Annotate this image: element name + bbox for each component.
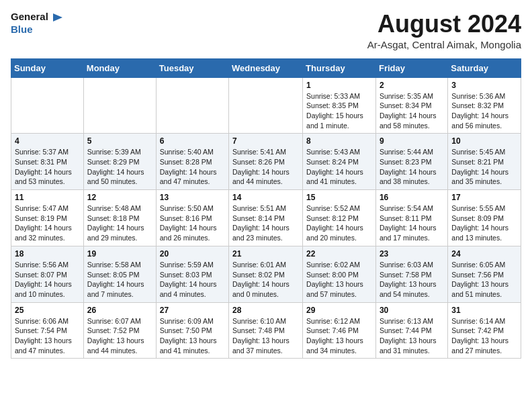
calendar-cell <box>156 77 228 134</box>
day-info: Sunrise: 5:33 AM Sunset: 8:35 PM Dayligh… <box>306 91 372 131</box>
day-number: 14 <box>232 193 299 202</box>
day-number: 23 <box>380 249 444 259</box>
calendar-cell: 29Sunrise: 6:12 AM Sunset: 7:46 PM Dayli… <box>303 302 376 359</box>
logo-blue: Blue <box>11 24 33 35</box>
calendar-week-row: 11Sunrise: 5:47 AM Sunset: 8:19 PM Dayli… <box>11 190 521 246</box>
calendar-cell: 7Sunrise: 5:41 AM Sunset: 8:26 PM Daylig… <box>229 134 303 190</box>
day-info: Sunrise: 5:52 AM Sunset: 8:12 PM Dayligh… <box>306 203 372 243</box>
weekday-header-thursday: Thursday <box>303 58 376 77</box>
day-info: Sunrise: 5:44 AM Sunset: 8:23 PM Dayligh… <box>380 147 444 187</box>
calendar-cell: 22Sunrise: 6:02 AM Sunset: 8:00 PM Dayli… <box>303 246 376 302</box>
day-info: Sunrise: 5:37 AM Sunset: 8:31 PM Dayligh… <box>15 147 80 187</box>
day-number: 21 <box>232 249 299 259</box>
day-info: Sunrise: 5:51 AM Sunset: 8:14 PM Dayligh… <box>232 203 299 243</box>
day-number: 29 <box>306 306 372 315</box>
day-info: Sunrise: 6:10 AM Sunset: 7:48 PM Dayligh… <box>232 316 299 356</box>
calendar-cell <box>11 77 84 134</box>
day-info: Sunrise: 6:03 AM Sunset: 7:58 PM Dayligh… <box>380 260 444 300</box>
location-subtitle: Ar-Asgat, Central Aimak, Mongolia <box>367 39 521 50</box>
calendar-cell: 23Sunrise: 6:03 AM Sunset: 7:58 PM Dayli… <box>375 246 447 302</box>
day-info: Sunrise: 5:45 AM Sunset: 8:21 PM Dayligh… <box>451 147 517 187</box>
day-info: Sunrise: 6:13 AM Sunset: 7:44 PM Dayligh… <box>380 316 444 356</box>
calendar-cell: 17Sunrise: 5:55 AM Sunset: 8:09 PM Dayli… <box>448 190 521 246</box>
calendar-cell: 18Sunrise: 5:56 AM Sunset: 8:07 PM Dayli… <box>11 246 84 302</box>
calendar-cell: 16Sunrise: 5:54 AM Sunset: 8:11 PM Dayli… <box>375 190 447 246</box>
day-number: 3 <box>451 81 517 90</box>
calendar-cell: 1Sunrise: 5:33 AM Sunset: 8:35 PM Daylig… <box>303 77 376 134</box>
calendar-cell: 8Sunrise: 5:43 AM Sunset: 8:24 PM Daylig… <box>303 134 376 190</box>
month-year-title: August 2024 <box>367 11 521 38</box>
day-info: Sunrise: 5:47 AM Sunset: 8:19 PM Dayligh… <box>15 203 80 243</box>
day-info: Sunrise: 5:41 AM Sunset: 8:26 PM Dayligh… <box>232 147 299 187</box>
weekday-header-row: SundayMondayTuesdayWednesdayThursdayFrid… <box>11 58 521 77</box>
day-info: Sunrise: 6:02 AM Sunset: 8:00 PM Dayligh… <box>306 260 372 300</box>
day-number: 30 <box>380 306 444 315</box>
day-info: Sunrise: 5:48 AM Sunset: 8:18 PM Dayligh… <box>87 203 152 243</box>
calendar-week-row: 1Sunrise: 5:33 AM Sunset: 8:35 PM Daylig… <box>11 77 521 134</box>
day-info: Sunrise: 6:06 AM Sunset: 7:54 PM Dayligh… <box>15 316 80 356</box>
calendar-cell: 10Sunrise: 5:45 AM Sunset: 8:21 PM Dayli… <box>448 134 521 190</box>
calendar-cell: 20Sunrise: 5:59 AM Sunset: 8:03 PM Dayli… <box>156 246 228 302</box>
day-info: Sunrise: 6:01 AM Sunset: 8:02 PM Dayligh… <box>232 260 299 300</box>
weekday-header-monday: Monday <box>83 58 156 77</box>
day-number: 19 <box>87 249 152 259</box>
day-info: Sunrise: 5:36 AM Sunset: 8:32 PM Dayligh… <box>451 91 517 131</box>
day-info: Sunrise: 6:09 AM Sunset: 7:50 PM Dayligh… <box>160 316 225 356</box>
calendar-cell: 31Sunrise: 6:14 AM Sunset: 7:42 PM Dayli… <box>448 302 521 359</box>
calendar-cell: 5Sunrise: 5:39 AM Sunset: 8:29 PM Daylig… <box>83 134 156 190</box>
title-block: August 2024 Ar-Asgat, Central Aimak, Mon… <box>367 11 521 50</box>
day-number: 27 <box>160 306 225 315</box>
calendar-week-row: 18Sunrise: 5:56 AM Sunset: 8:07 PM Dayli… <box>11 246 521 302</box>
calendar-cell: 25Sunrise: 6:06 AM Sunset: 7:54 PM Dayli… <box>11 302 84 359</box>
day-info: Sunrise: 5:39 AM Sunset: 8:29 PM Dayligh… <box>87 147 152 187</box>
svg-marker-0 <box>53 13 62 21</box>
calendar-cell: 21Sunrise: 6:01 AM Sunset: 8:02 PM Dayli… <box>229 246 303 302</box>
weekday-header-friday: Friday <box>375 58 447 77</box>
calendar-cell: 27Sunrise: 6:09 AM Sunset: 7:50 PM Dayli… <box>156 302 228 359</box>
day-info: Sunrise: 5:40 AM Sunset: 8:28 PM Dayligh… <box>160 147 225 187</box>
calendar-cell: 13Sunrise: 5:50 AM Sunset: 8:16 PM Dayli… <box>156 190 228 246</box>
logo-text: General Blue <box>11 11 64 35</box>
calendar-week-row: 25Sunrise: 6:06 AM Sunset: 7:54 PM Dayli… <box>11 302 521 359</box>
day-number: 7 <box>232 136 299 146</box>
calendar-cell <box>83 77 156 134</box>
calendar-week-row: 4Sunrise: 5:37 AM Sunset: 8:31 PM Daylig… <box>11 134 521 190</box>
day-number: 12 <box>87 193 152 202</box>
day-info: Sunrise: 6:05 AM Sunset: 7:56 PM Dayligh… <box>451 260 517 300</box>
day-number: 10 <box>451 136 517 146</box>
day-info: Sunrise: 5:56 AM Sunset: 8:07 PM Dayligh… <box>15 260 80 300</box>
day-info: Sunrise: 6:14 AM Sunset: 7:42 PM Dayligh… <box>451 316 517 356</box>
day-number: 8 <box>306 136 372 146</box>
weekday-header-saturday: Saturday <box>448 58 521 77</box>
day-number: 31 <box>451 306 517 315</box>
logo-arrow-icon <box>52 11 64 24</box>
calendar-cell: 12Sunrise: 5:48 AM Sunset: 8:18 PM Dayli… <box>83 190 156 246</box>
day-number: 11 <box>15 193 80 202</box>
day-number: 15 <box>306 193 372 202</box>
calendar-cell: 19Sunrise: 5:58 AM Sunset: 8:05 PM Dayli… <box>83 246 156 302</box>
day-info: Sunrise: 5:35 AM Sunset: 8:34 PM Dayligh… <box>380 91 444 131</box>
page-header: General Blue August 2024 Ar-Asgat, Centr… <box>11 11 521 50</box>
day-info: Sunrise: 5:50 AM Sunset: 8:16 PM Dayligh… <box>160 203 225 243</box>
calendar-cell: 4Sunrise: 5:37 AM Sunset: 8:31 PM Daylig… <box>11 134 84 190</box>
day-number: 16 <box>380 193 444 202</box>
weekday-header-wednesday: Wednesday <box>229 58 303 77</box>
day-number: 25 <box>15 306 80 315</box>
day-info: Sunrise: 5:43 AM Sunset: 8:24 PM Dayligh… <box>306 147 372 187</box>
day-number: 28 <box>232 306 299 315</box>
day-info: Sunrise: 5:58 AM Sunset: 8:05 PM Dayligh… <box>87 260 152 300</box>
day-number: 20 <box>160 249 225 259</box>
day-number: 18 <box>15 249 80 259</box>
calendar-cell: 30Sunrise: 6:13 AM Sunset: 7:44 PM Dayli… <box>375 302 447 359</box>
day-number: 22 <box>306 249 372 259</box>
day-number: 24 <box>451 249 517 259</box>
day-number: 5 <box>87 136 152 146</box>
day-number: 4 <box>15 136 80 146</box>
day-info: Sunrise: 5:59 AM Sunset: 8:03 PM Dayligh… <box>160 260 225 300</box>
logo-general: General <box>11 11 48 22</box>
calendar-cell: 24Sunrise: 6:05 AM Sunset: 7:56 PM Dayli… <box>448 246 521 302</box>
calendar-cell: 9Sunrise: 5:44 AM Sunset: 8:23 PM Daylig… <box>375 134 447 190</box>
logo: General Blue <box>11 11 64 35</box>
day-number: 1 <box>306 81 372 90</box>
calendar-cell: 11Sunrise: 5:47 AM Sunset: 8:19 PM Dayli… <box>11 190 84 246</box>
